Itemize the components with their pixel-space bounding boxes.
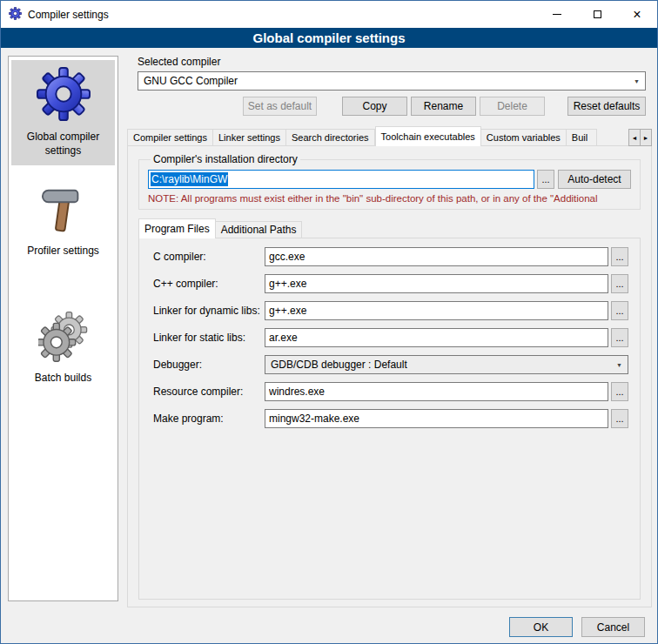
rename-button[interactable]: Rename	[411, 97, 476, 116]
window-title: Compiler settings	[28, 9, 109, 21]
sidebar-item-label: Profiler settings	[27, 245, 99, 258]
arrow-right-icon: ►	[643, 135, 649, 141]
sidebar-item-label: Batch builds	[35, 372, 91, 386]
tab-scroll-right-button[interactable]: ►	[640, 129, 652, 146]
program-files-page: C compiler: ... C++ compiler: ... Linker…	[138, 238, 641, 600]
make-program-input[interactable]	[265, 409, 608, 428]
close-button[interactable]: ×	[617, 1, 657, 28]
sidebar: Global compiler settings Profiler settin…	[8, 56, 118, 601]
chevron-down-icon: ▼	[634, 78, 640, 84]
chevron-down-icon: ▼	[616, 362, 622, 368]
compiler-combobox[interactable]: GNU GCC Compiler ▼	[138, 71, 646, 91]
dialog-footer: OK Cancel	[500, 617, 645, 637]
tab-search-directories[interactable]: Search directories	[286, 129, 375, 146]
form-row: Make program: ...	[153, 409, 628, 428]
delete-button: Delete	[480, 97, 545, 116]
gray-gears-icon	[38, 312, 89, 365]
tab-additional-paths[interactable]: Additional Paths	[216, 221, 303, 238]
cpp-compiler-browse-button[interactable]: ...	[611, 274, 628, 293]
settings-tabbar: Compiler settings Linker settings Search…	[127, 126, 652, 146]
debugger-combobox-value: GDB/CDB debugger : Default	[271, 359, 407, 371]
debugger-combobox[interactable]: GDB/CDB debugger : Default ▼	[265, 355, 628, 374]
form-row: Resource compiler: ...	[153, 382, 628, 401]
c-compiler-browse-button[interactable]: ...	[611, 247, 628, 266]
blue-gear-icon	[37, 67, 91, 124]
maximize-button[interactable]	[577, 1, 617, 28]
form-row: C++ compiler: ...	[153, 274, 628, 293]
tab-scroll-buttons: ◄ ►	[629, 129, 652, 146]
sidebar-item-batch-builds[interactable]: Batch builds	[11, 305, 115, 393]
dynamic-linker-input[interactable]	[265, 301, 608, 320]
minimize-icon	[553, 14, 561, 15]
sidebar-item-label: Global compiler settings	[13, 131, 113, 158]
profiler-tool-icon	[40, 184, 87, 238]
sidebar-item-profiler-settings[interactable]: Profiler settings	[11, 178, 115, 266]
window-controls: ×	[537, 1, 657, 28]
c-compiler-label: C compiler:	[153, 251, 265, 263]
toolchain-executables-page: Compiler's installation directory C:\ray…	[127, 145, 652, 607]
installation-directory-group: Compiler's installation directory C:\ray…	[138, 153, 641, 210]
compiler-actions: Set as default Copy Rename Delete Reset …	[127, 97, 646, 116]
form-row: C compiler: ...	[153, 247, 628, 266]
ok-button[interactable]: OK	[509, 617, 573, 637]
form-row: Debugger: GDB/CDB debugger : Default ▼	[153, 355, 628, 374]
reset-defaults-button[interactable]: Reset defaults	[567, 97, 646, 116]
cpp-compiler-label: C++ compiler:	[153, 278, 265, 290]
compiler-settings-window: Compiler settings × Global compiler sett…	[0, 0, 658, 644]
tab-linker-settings[interactable]: Linker settings	[213, 129, 286, 146]
tab-custom-variables[interactable]: Custom variables	[481, 129, 567, 146]
maximize-icon	[594, 10, 601, 18]
dialog-header-title: Global compiler settings	[252, 30, 405, 45]
dynamic-linker-label: Linker for dynamic libs:	[153, 305, 265, 317]
installation-directory-group-label: Compiler's installation directory	[151, 153, 300, 165]
static-linker-input[interactable]	[265, 328, 608, 347]
close-icon: ×	[633, 8, 641, 22]
form-row: Linker for dynamic libs: ...	[153, 301, 628, 320]
dynamic-linker-browse-button[interactable]: ...	[611, 301, 628, 320]
tab-build-options-clipped[interactable]: Buil	[567, 129, 597, 146]
titlebar[interactable]: Compiler settings ×	[1, 1, 657, 28]
sidebar-item-global-compiler-settings[interactable]: Global compiler settings	[11, 60, 115, 165]
tab-scroll-left-button[interactable]: ◄	[628, 129, 641, 146]
form-row: Linker for static libs: ...	[153, 328, 628, 347]
static-linker-browse-button[interactable]: ...	[611, 328, 628, 347]
auto-detect-button[interactable]: Auto-detect	[558, 170, 631, 189]
cancel-button[interactable]: Cancel	[581, 617, 645, 637]
main-panel: Selected compiler GNU GCC Compiler ▼ Set…	[127, 53, 652, 607]
arrow-left-icon: ◄	[632, 135, 638, 141]
debugger-label: Debugger:	[153, 359, 265, 371]
installation-directory-note: NOTE: All programs must exist either in …	[148, 193, 631, 204]
selected-compiler-label: Selected compiler	[138, 56, 652, 68]
minimize-button[interactable]	[537, 1, 577, 28]
tab-toolchain-executables[interactable]: Toolchain executables	[375, 126, 481, 146]
copy-button[interactable]: Copy	[342, 97, 407, 116]
c-compiler-input[interactable]	[265, 247, 608, 266]
resource-compiler-input[interactable]	[265, 382, 608, 401]
static-linker-label: Linker for static libs:	[153, 332, 265, 344]
tab-compiler-settings[interactable]: Compiler settings	[127, 129, 213, 146]
make-program-label: Make program:	[153, 413, 265, 425]
set-as-default-button: Set as default	[243, 97, 317, 116]
installation-directory-input[interactable]: C:\raylib\MinGW	[148, 170, 534, 189]
compiler-combobox-value: GNU GCC Compiler	[144, 75, 238, 87]
make-program-browse-button[interactable]: ...	[611, 409, 628, 428]
installation-directory-row: C:\raylib\MinGW ... Auto-detect	[148, 170, 631, 189]
installation-directory-browse-button[interactable]: ...	[537, 170, 554, 189]
resource-compiler-label: Resource compiler:	[153, 386, 265, 398]
tab-program-files[interactable]: Program Files	[138, 218, 216, 238]
resource-compiler-browse-button[interactable]: ...	[611, 382, 628, 401]
program-tabbar: Program Files Additional Paths	[138, 218, 651, 238]
app-icon	[9, 7, 22, 23]
cpp-compiler-input[interactable]	[265, 274, 608, 293]
installation-directory-value: C:\raylib\MinGW	[151, 172, 228, 186]
dialog-header: Global compiler settings	[1, 28, 657, 48]
